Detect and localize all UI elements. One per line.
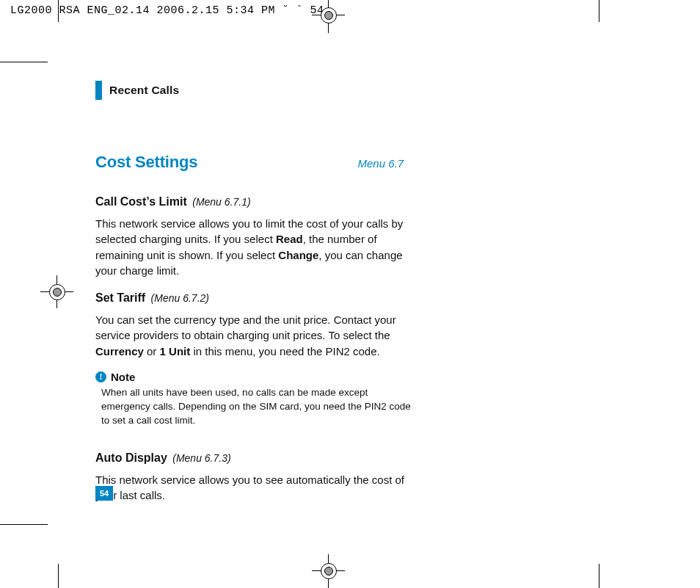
text-bold: 1 Unit: [160, 345, 191, 357]
crop-mark: [58, 564, 59, 588]
subsection-menu-ref: (Menu 6.7.3): [172, 452, 230, 464]
crop-mark: [58, 0, 59, 22]
note-body: When all units have been used, no calls …: [101, 386, 418, 428]
subsection-body: You can set the currency type and the un…: [95, 312, 418, 359]
text-bold: Change: [278, 249, 318, 261]
text-bold: Read: [276, 233, 303, 245]
crop-mark: [0, 524, 48, 525]
text: or: [144, 345, 160, 357]
section-menu-ref: Menu 6.7: [357, 157, 404, 170]
section-title-row: Cost Settings Menu 6.7: [95, 153, 418, 172]
chapter-header: Recent Calls: [95, 81, 418, 100]
crop-mark: [599, 564, 599, 588]
note-icon: !: [95, 371, 106, 382]
registration-mark: [324, 567, 333, 576]
section-title: Cost Settings: [95, 153, 197, 172]
crop-mark: [0, 62, 48, 62]
text: in this menu, you need the PIN2 code.: [190, 345, 380, 357]
registration-mark: [53, 288, 62, 297]
subsection-title: Set Tariff: [95, 291, 145, 304]
text-bold: Currency: [95, 345, 144, 357]
page-number: 54: [95, 486, 113, 501]
chapter-title: Recent Calls: [109, 84, 179, 97]
subsection-body: This network service allows you to see a…: [95, 472, 418, 504]
chapter-bar-icon: [95, 81, 102, 100]
subsection-auto-display: Auto Display (Menu 6.7.3) This network s…: [95, 451, 418, 504]
registration-mark: [324, 11, 333, 20]
subsection-menu-ref: (Menu 6.7.2): [151, 292, 209, 304]
subsection-title: Auto Display: [95, 451, 167, 464]
page-content: Recent Calls Cost Settings Menu 6.7 Call…: [95, 81, 418, 503]
note-label: Note: [111, 371, 135, 383]
subsection-set-tariff: Set Tariff (Menu 6.7.2) You can set the …: [95, 291, 418, 359]
subsection-title: Call Cost’s Limit: [95, 195, 187, 208]
subsection-menu-ref: (Menu 6.7.1): [192, 196, 250, 208]
text: You can set the currency type and the un…: [95, 313, 396, 341]
subsection-body: This network service allows you to limit…: [95, 216, 418, 278]
note-header: ! Note: [95, 371, 418, 383]
crop-mark: [599, 0, 599, 22]
subsection-call-cost-limit: Call Cost’s Limit (Menu 6.7.1) This netw…: [95, 195, 418, 278]
